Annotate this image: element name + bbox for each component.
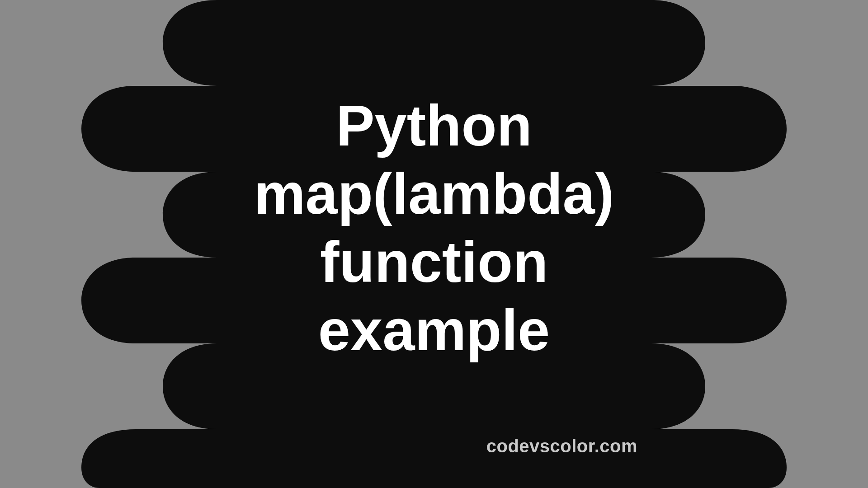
site-credit: codevscolor.com [486,436,637,456]
page-title: Python map(lambda) function example [254,91,614,364]
graphic-canvas: Python map(lambda) function example code… [0,0,868,488]
